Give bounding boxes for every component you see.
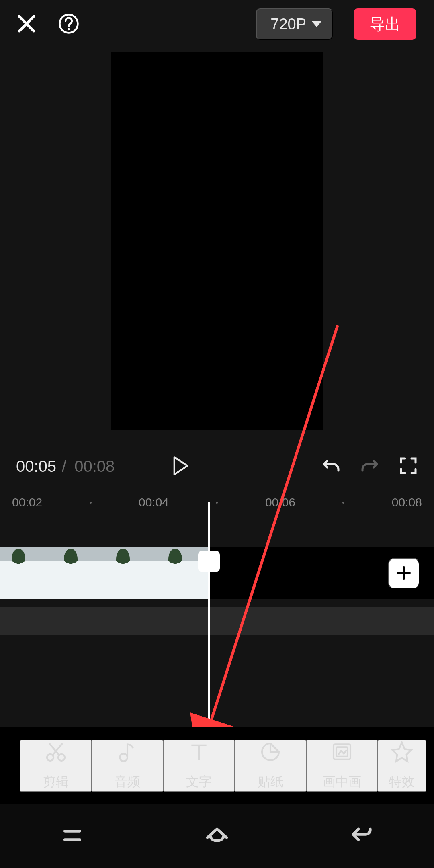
svg-point-3 <box>47 754 53 760</box>
clip-thumbnail <box>104 547 157 599</box>
tool-label: 特效 <box>389 773 415 791</box>
timeline-ruler[interactable]: 00:02 00:04 00:06 00:08 <box>0 486 434 518</box>
time-separator: / <box>62 457 66 475</box>
fullscreen-button[interactable] <box>399 456 418 477</box>
tool-label: 文字 <box>186 773 212 791</box>
resolution-selector[interactable]: 720P <box>256 8 333 40</box>
fullscreen-icon <box>399 456 418 477</box>
text-t-icon <box>188 741 210 764</box>
video-track[interactable] <box>0 547 209 599</box>
tool-effects[interactable]: 特效 <box>378 740 426 792</box>
preview-area <box>0 48 434 446</box>
playhead[interactable] <box>208 502 210 727</box>
pip-icon <box>331 741 353 764</box>
secondary-track[interactable] <box>0 607 434 635</box>
star-icon <box>391 741 413 764</box>
nav-home-button[interactable] <box>204 823 230 850</box>
help-button[interactable] <box>58 13 80 36</box>
player-bar: 00:05 / 00:08 <box>0 446 434 486</box>
tool-label: 贴纸 <box>258 773 283 791</box>
play-button[interactable] <box>171 455 190 477</box>
tool-edit[interactable]: 剪辑 <box>20 740 92 792</box>
clip-thumbnail <box>52 547 104 599</box>
home-icon <box>204 823 230 850</box>
tool-label: 音频 <box>115 773 140 791</box>
time-total: 00:08 <box>74 457 115 475</box>
clip-thumbnail <box>0 547 52 599</box>
tool-sticker[interactable]: 贴纸 <box>235 740 306 792</box>
tool-audio[interactable]: 音频 <box>92 740 163 792</box>
help-icon <box>58 13 80 36</box>
tool-pip[interactable]: 画中画 <box>306 740 378 792</box>
nav-back-button[interactable] <box>349 823 375 850</box>
redo-icon <box>360 456 379 477</box>
ruler-dot <box>90 502 92 504</box>
resolution-label: 720P <box>270 16 306 33</box>
svg-point-4 <box>58 754 65 760</box>
video-preview[interactable] <box>111 52 323 430</box>
undo-icon <box>321 456 341 477</box>
tool-label: 剪辑 <box>43 773 69 791</box>
svg-point-5 <box>120 753 127 761</box>
ruler-tick: 00:06 <box>265 495 295 509</box>
scissors-icon <box>45 741 67 764</box>
plus-icon <box>396 565 412 582</box>
ruler-dot <box>216 502 218 504</box>
tool-label: 画中画 <box>323 773 361 791</box>
tool-text[interactable]: 文字 <box>163 740 235 792</box>
nav-menu-button[interactable] <box>59 823 85 850</box>
export-button[interactable]: 导出 <box>354 8 416 40</box>
chevron-down-icon <box>312 21 321 27</box>
close-button[interactable] <box>16 13 37 35</box>
tool-strip: 剪辑 音频 文字 贴纸 画中画 <box>0 727 434 804</box>
ruler-dot <box>342 502 344 504</box>
ruler-tick: 00:08 <box>392 495 422 509</box>
play-icon <box>171 455 190 477</box>
system-nav-bar <box>0 804 434 868</box>
add-clip-button[interactable] <box>388 558 420 589</box>
ruler-tick: 00:02 <box>12 495 42 509</box>
sticker-icon <box>259 741 282 764</box>
music-note-icon <box>116 741 139 764</box>
top-bar: 720P 导出 <box>0 0 434 48</box>
time-current: 00:05 <box>16 457 56 475</box>
close-icon <box>16 13 37 35</box>
undo-button[interactable] <box>321 456 341 477</box>
menu-icon <box>59 823 85 850</box>
back-icon <box>349 823 375 850</box>
redo-button[interactable] <box>360 456 379 477</box>
ruler-tick: 00:04 <box>139 495 169 509</box>
svg-point-1 <box>68 28 70 30</box>
